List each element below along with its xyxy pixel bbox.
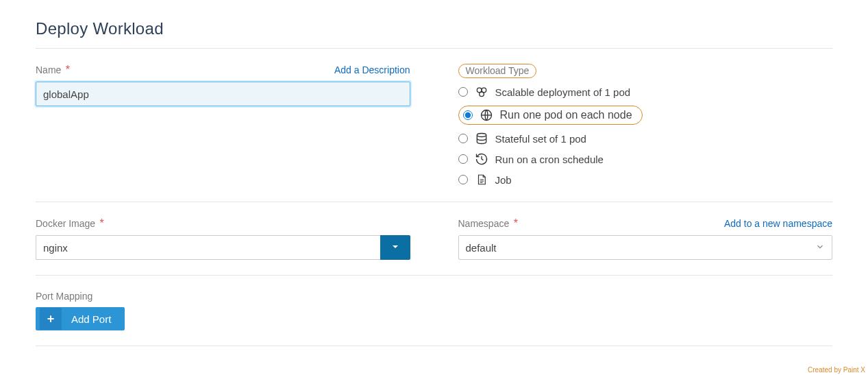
globe-icon (480, 108, 493, 122)
required-marker: * (100, 217, 104, 229)
add-namespace-link[interactable]: Add to a new namespace (724, 218, 832, 229)
workload-option-label: Scalable deployment of 1 pod (495, 86, 631, 98)
radio-daemonset[interactable] (463, 110, 473, 120)
workload-option-daemonset-highlight: Run one pod on each node (458, 106, 643, 125)
svg-point-4 (477, 134, 486, 137)
namespace-value: default (466, 242, 497, 254)
workload-option-label: Stateful set of 1 pod (495, 133, 586, 145)
name-input[interactable] (36, 82, 410, 106)
workload-option-scalable[interactable]: Scalable deployment of 1 pod (458, 85, 833, 99)
svg-point-2 (479, 92, 484, 97)
plus-icon: + (40, 308, 62, 330)
workload-option-label: Run one pod on each node (500, 109, 632, 121)
chevron-down-icon (815, 242, 825, 254)
document-icon (475, 173, 488, 186)
port-mapping-heading: Port Mapping (36, 291, 832, 302)
radio-job[interactable] (458, 175, 468, 184)
add-description-link[interactable]: Add a Description (334, 64, 410, 75)
add-port-label: Add Port (62, 313, 121, 325)
radio-scalable[interactable] (458, 87, 468, 97)
required-marker: * (514, 217, 518, 229)
namespace-label: Namespace (458, 218, 510, 229)
workload-option-cron[interactable]: Run on a cron schedule (458, 152, 833, 166)
workload-option-statefulset[interactable]: Stateful set of 1 pod (458, 132, 833, 145)
required-marker: * (66, 64, 70, 75)
clock-history-icon (475, 152, 488, 166)
docker-image-input[interactable] (36, 235, 380, 260)
workload-option-label: Run on a cron schedule (495, 154, 604, 165)
deploy-icon (475, 85, 488, 99)
divider (36, 346, 832, 346)
docker-image-dropdown-button[interactable] (380, 235, 410, 260)
workload-type-label: Workload Type (458, 64, 537, 78)
workload-type-list: Scalable deployment of 1 pod (458, 85, 833, 186)
workload-option-job[interactable]: Job (458, 173, 833, 186)
workload-option-label: Job (495, 174, 512, 186)
chevron-down-icon (390, 241, 401, 254)
docker-image-label: Docker Image (36, 218, 95, 229)
radio-statefulset[interactable] (458, 134, 468, 143)
watermark: Created by Paint X (808, 366, 865, 374)
add-port-button[interactable]: + Add Port (36, 307, 125, 330)
name-label: Name (36, 64, 61, 75)
page-title: Deploy Workload (36, 19, 832, 38)
radio-cron[interactable] (458, 154, 468, 164)
database-icon (475, 132, 488, 145)
namespace-select[interactable]: default (458, 235, 833, 260)
